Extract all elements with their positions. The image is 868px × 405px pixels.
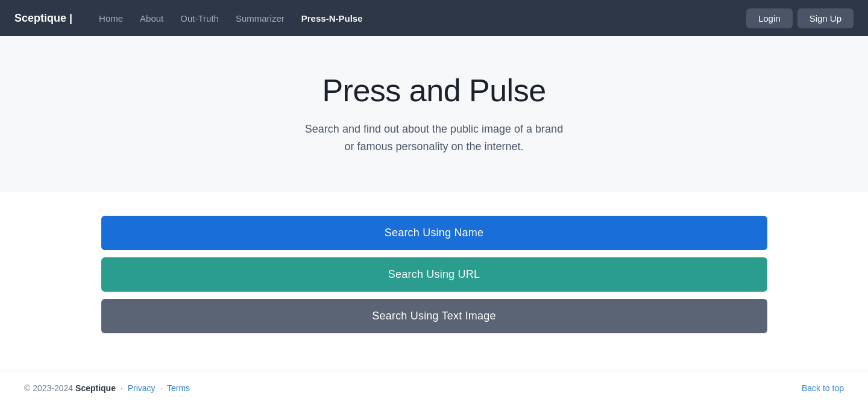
- nav-press-n-pulse[interactable]: Press-N-Pulse: [294, 8, 370, 28]
- hero-subtitle-line1: Search and find out about the public ima…: [305, 123, 563, 135]
- nav-links: Home About Out-Truth Summarizer Press-N-…: [92, 8, 746, 28]
- footer-privacy-link[interactable]: Privacy: [128, 383, 156, 393]
- footer-brand: Sceptique: [75, 383, 116, 393]
- brand-name[interactable]: Sceptique |: [14, 12, 72, 25]
- navbar: Sceptique | Home About Out-Truth Summari…: [0, 0, 868, 36]
- hero-section: Press and Pulse Search and find out abou…: [0, 36, 868, 192]
- nav-out-truth[interactable]: Out-Truth: [173, 8, 226, 28]
- nav-summarizer[interactable]: Summarizer: [228, 8, 292, 28]
- main-content: Search Using Name Search Using URL Searc…: [0, 192, 868, 371]
- search-by-url-button[interactable]: Search Using URL: [101, 257, 767, 292]
- footer: © 2023-2024 Sceptique · Privacy · Terms …: [0, 371, 868, 405]
- search-by-text-image-button[interactable]: Search Using Text Image: [101, 299, 767, 333]
- signup-button[interactable]: Sign Up: [797, 8, 854, 28]
- hero-subtitle: Search and find out about the public ima…: [14, 121, 854, 155]
- footer-separator2: ·: [160, 383, 162, 393]
- footer-copyright-text: © 2023-2024: [24, 383, 73, 393]
- footer-right: Back to top: [802, 383, 844, 393]
- navbar-actions: Login Sign Up: [746, 8, 854, 28]
- footer-copyright-area: © 2023-2024 Sceptique · Privacy · Terms: [24, 383, 190, 393]
- footer-separator1: ·: [121, 383, 123, 393]
- footer-terms-link[interactable]: Terms: [167, 383, 190, 393]
- back-to-top-link[interactable]: Back to top: [802, 383, 844, 393]
- nav-about[interactable]: About: [133, 8, 171, 28]
- hero-subtitle-line2: or famous personality on the internet.: [344, 140, 523, 152]
- page-title: Press and Pulse: [14, 72, 854, 108]
- login-button[interactable]: Login: [746, 8, 793, 28]
- nav-home[interactable]: Home: [92, 8, 130, 28]
- search-by-name-button[interactable]: Search Using Name: [101, 216, 767, 250]
